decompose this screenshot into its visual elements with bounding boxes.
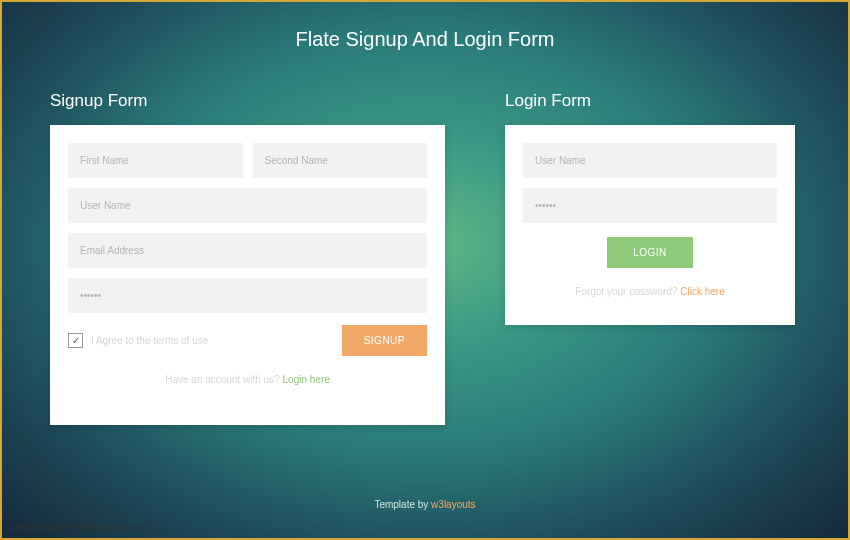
terms-label: I Agree to the terms of use [91,335,208,346]
signup-helper-text: Have an account with us? [165,374,282,385]
page-title: Flate Signup And Login Form [0,0,850,61]
signup-button[interactable]: SIGNUP [342,325,427,356]
footer: Template by w3layouts [0,499,850,510]
login-heading: Login Form [505,91,795,111]
signup-helper: Have an account with us? Login here [68,374,427,385]
forgot-text: Forgot your password? [575,286,680,297]
login-password-input[interactable] [523,188,777,223]
login-username-input[interactable] [523,143,777,178]
login-here-link[interactable]: Login here [283,374,330,385]
forms-container: Signup Form ✓ I Agree to the terms of us… [0,91,850,425]
watermark: www.heritagechristiancollege.com [10,522,146,532]
terms-checkbox[interactable]: ✓ [68,333,83,348]
signup-password-input[interactable] [68,278,427,313]
second-name-input[interactable] [253,143,428,178]
signup-card: ✓ I Agree to the terms of use SIGNUP Hav… [50,125,445,425]
first-name-input[interactable] [68,143,243,178]
login-section: Login Form LOGIN Forgot your password? C… [505,91,795,425]
email-input[interactable] [68,233,427,268]
forgot-link[interactable]: Click here [680,286,724,297]
signup-heading: Signup Form [50,91,445,111]
forgot-helper: Forgot your password? Click here [523,286,777,297]
signup-username-input[interactable] [68,188,427,223]
signup-section: Signup Form ✓ I Agree to the terms of us… [50,91,445,425]
footer-text: Template by [374,499,431,510]
footer-link[interactable]: w3layouts [431,499,475,510]
login-button[interactable]: LOGIN [607,237,693,268]
login-card: LOGIN Forgot your password? Click here [505,125,795,325]
